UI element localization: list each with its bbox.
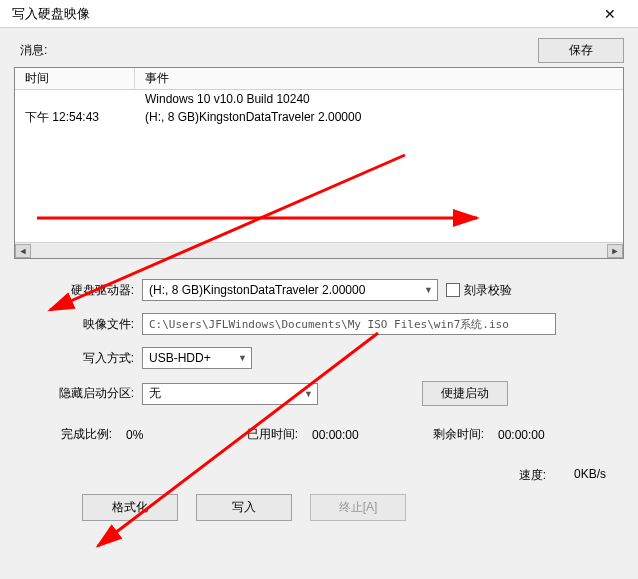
hide-partition-label: 隐藏启动分区: bbox=[14, 385, 142, 402]
horizontal-scrollbar[interactable]: ◄ ► bbox=[15, 242, 623, 258]
write-button[interactable]: 写入 bbox=[196, 494, 292, 521]
quick-boot-button[interactable]: 便捷启动 bbox=[422, 381, 508, 406]
format-button[interactable]: 格式化 bbox=[82, 494, 178, 521]
chevron-down-icon: ▼ bbox=[298, 389, 313, 399]
close-button[interactable]: ✕ bbox=[590, 1, 630, 27]
method-value: USB-HDD+ bbox=[149, 351, 211, 365]
drive-label: 硬盘驱动器: bbox=[14, 282, 142, 299]
log-time bbox=[15, 96, 135, 102]
chevron-down-icon: ▼ bbox=[232, 353, 247, 363]
verify-label: 刻录校验 bbox=[464, 282, 512, 299]
form-area: 硬盘驱动器: (H:, 8 GB)KingstonDataTraveler 2.… bbox=[14, 279, 624, 521]
speed-value: 0KB/s bbox=[574, 467, 606, 484]
speed-label: 速度: bbox=[519, 467, 546, 484]
messages-label: 消息: bbox=[14, 42, 47, 59]
log-table: 时间 事件 Windows 10 v10.0 Build 10240 下午 12… bbox=[15, 68, 623, 126]
elapsed-label: 已用时间: bbox=[222, 426, 298, 443]
image-value: C:\Users\JFLWindows\Documents\My ISO Fil… bbox=[149, 317, 509, 332]
elapsed-value: 00:00:00 bbox=[298, 428, 408, 442]
save-button[interactable]: 保存 bbox=[538, 38, 624, 63]
log-content: 时间 事件 Windows 10 v10.0 Build 10240 下午 12… bbox=[15, 68, 623, 242]
log-event: (H:, 8 GB)KingstonDataTraveler 2.00000 bbox=[135, 107, 623, 127]
log-row: 下午 12:54:43 (H:, 8 GB)KingstonDataTravel… bbox=[15, 108, 623, 126]
column-event[interactable]: 事件 bbox=[135, 68, 623, 90]
hide-partition-select[interactable]: 无 ▼ bbox=[142, 383, 318, 405]
scroll-right-button[interactable]: ► bbox=[607, 244, 623, 258]
titlebar: 写入硬盘映像 ✕ bbox=[0, 0, 638, 28]
scroll-left-button[interactable]: ◄ bbox=[15, 244, 31, 258]
write-method-select[interactable]: USB-HDD+ ▼ bbox=[142, 347, 252, 369]
annotation-arrow-1 bbox=[37, 206, 487, 236]
verify-checkbox[interactable]: 刻录校验 bbox=[446, 282, 512, 299]
log-panel: 时间 事件 Windows 10 v10.0 Build 10240 下午 12… bbox=[14, 67, 624, 259]
done-value: 0% bbox=[112, 428, 222, 442]
stats-row: 完成比例: 0% 已用时间: 00:00:00 剩余时间: 00:00:00 bbox=[14, 426, 624, 443]
scroll-track[interactable] bbox=[31, 244, 607, 258]
remain-label: 剩余时间: bbox=[408, 426, 484, 443]
done-label: 完成比例: bbox=[14, 426, 112, 443]
write-method-label: 写入方式: bbox=[14, 350, 142, 367]
remain-value: 00:00:00 bbox=[484, 428, 545, 442]
dialog-body: 消息: 保存 时间 事件 Windows 10 v10.0 Build 1024… bbox=[0, 28, 638, 529]
button-row: 格式化 写入 终止[A] 返回 bbox=[82, 494, 624, 521]
log-time: 下午 12:54:43 bbox=[15, 106, 135, 129]
drive-value: (H:, 8 GB)KingstonDataTraveler 2.00000 bbox=[149, 283, 365, 297]
column-time[interactable]: 时间 bbox=[15, 68, 135, 90]
close-icon: ✕ bbox=[604, 6, 616, 22]
drive-select[interactable]: (H:, 8 GB)KingstonDataTraveler 2.00000 ▼ bbox=[142, 279, 438, 301]
checkbox-box bbox=[446, 283, 460, 297]
image-label: 映像文件: bbox=[14, 316, 142, 333]
chevron-down-icon: ▼ bbox=[418, 285, 433, 295]
abort-button: 终止[A] bbox=[310, 494, 406, 521]
log-event: Windows 10 v10.0 Build 10240 bbox=[135, 89, 623, 109]
hide-value: 无 bbox=[149, 385, 161, 402]
window-title: 写入硬盘映像 bbox=[12, 5, 90, 23]
image-path-input[interactable]: C:\Users\JFLWindows\Documents\My ISO Fil… bbox=[142, 313, 556, 335]
log-header: 时间 事件 bbox=[15, 68, 623, 90]
speed-row: 速度: 0KB/s bbox=[14, 467, 606, 484]
